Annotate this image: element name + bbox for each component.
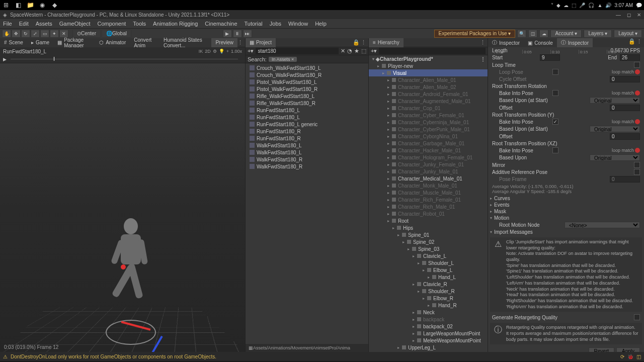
- asset-item[interactable]: WalkFwdStart180_R: [246, 163, 368, 170]
- hierarchy-item[interactable]: ▸Character_Medical_Male_01: [369, 175, 488, 182]
- custom-tool[interactable]: ✕: [59, 30, 68, 38]
- offset-y[interactable]: [610, 133, 640, 140]
- tab-package-manager[interactable]: ▦Package Manager: [53, 38, 95, 47]
- asset-item[interactable]: RunFwdStart180_R: [246, 135, 368, 142]
- hierarchy-item[interactable]: ▸Character_Alien_Male_01: [369, 76, 488, 83]
- hierarchy-item[interactable]: ▸Hips: [369, 224, 488, 231]
- menu-window[interactable]: Window: [288, 21, 308, 27]
- menu-edit[interactable]: Edit: [19, 21, 29, 27]
- curves-foldout[interactable]: Curves: [488, 195, 644, 202]
- 2d-toggle[interactable]: 2D: [205, 49, 211, 54]
- scale-tool[interactable]: ⤢: [31, 30, 40, 38]
- menu-tools[interactable]: Tools: [133, 21, 146, 27]
- hierarchy-item[interactable]: ▸Character_Garbage_Male_01: [369, 140, 488, 147]
- add-icon[interactable]: +: [226, 49, 229, 54]
- hierarchy-item[interactable]: ▸UpperLeg_R: [369, 351, 488, 352]
- import-foldout[interactable]: Import Messages: [488, 229, 644, 235]
- lock-icon[interactable]: 🔒: [628, 38, 635, 47]
- experimental-warning[interactable]: Experimental Packages in Use ▾: [434, 30, 516, 38]
- ik-toggle[interactable]: IK: [199, 49, 203, 54]
- motion-foldout[interactable]: Motion: [488, 215, 644, 221]
- loop-time-check[interactable]: [634, 62, 640, 68]
- tab-humanoid[interactable]: Humanoid States Convert...: [159, 38, 211, 47]
- hierarchy-item[interactable]: ▸Spine_01: [369, 231, 488, 238]
- hierarchy-item[interactable]: ▸Character_Robot_01: [369, 210, 488, 217]
- hierarchy-item[interactable]: ▸Character_CyborgNina_01: [369, 133, 488, 140]
- gizmo-icon[interactable]: ⚙: [213, 49, 217, 54]
- hierarchy-item[interactable]: ▸UpperLeg_L: [369, 344, 488, 351]
- tray-icon[interactable]: ◆: [556, 3, 560, 8]
- hierarchy-item[interactable]: ▸Clavicle_R: [369, 281, 488, 288]
- add-icon[interactable]: +▾: [371, 48, 377, 54]
- hierarchy-item[interactable]: ▸Hand_R: [369, 302, 488, 309]
- menu-cinemachine[interactable]: Cinemachine: [205, 21, 237, 27]
- tray-icon[interactable]: 🔊: [605, 3, 611, 8]
- hierarchy-item[interactable]: ▸Character_Alien_Male_02: [369, 83, 488, 90]
- menu-tutorial[interactable]: Tutorial: [245, 21, 263, 27]
- hierarchy-item[interactable]: ▸Hand_L: [369, 274, 488, 281]
- lock-icon[interactable]: 🔒: [353, 39, 360, 46]
- bake-y-check[interactable]: [552, 119, 558, 125]
- scene-root[interactable]: ▾◈ CharacterPlayground* ⋮: [369, 55, 488, 62]
- light-icon[interactable]: 💡: [219, 49, 224, 54]
- move-tool[interactable]: ✥: [12, 30, 21, 38]
- hierarchy-item[interactable]: ▸Character_Cop_01: [369, 105, 488, 112]
- notif-icon[interactable]: 💬: [636, 3, 642, 8]
- hierarchy-item[interactable]: ▸Spine_02: [369, 238, 488, 245]
- play-icon[interactable]: ▶: [3, 57, 7, 62]
- tab-convert[interactable]: Convert Anim: [130, 38, 159, 47]
- asset-item[interactable]: Rifle_WalkFwdStart180_L: [246, 93, 368, 100]
- status-icon[interactable]: ◫: [636, 354, 641, 359]
- search-icon[interactable]: 🔍: [517, 30, 526, 38]
- tray-icon[interactable]: 🎤: [579, 3, 585, 8]
- asset-item[interactable]: RunFwdStart180_R: [246, 128, 368, 135]
- hierarchy-item[interactable]: ▸Character_Rich_Female_01: [369, 196, 488, 203]
- start-icon[interactable]: ⊞: [2, 1, 10, 9]
- status-icon[interactable]: 🐞: [627, 354, 633, 359]
- rotate-tool[interactable]: ↻: [21, 30, 30, 38]
- asset-item[interactable]: Pistol_WalkFwdStart180_L: [246, 78, 368, 85]
- mask-foldout[interactable]: Mask: [488, 208, 644, 215]
- bake-rot-check[interactable]: [552, 90, 558, 96]
- hierarchy-item[interactable]: ▸Character_Hologram_Female_01: [369, 154, 488, 161]
- apply-button[interactable]: Apply: [616, 347, 640, 352]
- tab-game[interactable]: ▸Game: [27, 38, 53, 47]
- hierarchy-item[interactable]: ▸Neck: [369, 309, 488, 316]
- hierarchy-item[interactable]: ▸Root: [369, 217, 488, 224]
- asset-item[interactable]: Rifle_WalkFwdStart180_R: [246, 100, 368, 107]
- offset-rot[interactable]: [610, 105, 640, 111]
- pause-button[interactable]: ⏸: [233, 30, 242, 38]
- cycle-offset-field[interactable]: [610, 76, 640, 82]
- play-button[interactable]: ▶: [223, 30, 232, 38]
- asset-item[interactable]: WalkFwdStart180_L: [246, 142, 368, 149]
- app2-icon[interactable]: ◆: [50, 1, 58, 9]
- layers-dropdown[interactable]: Layers ▾: [584, 30, 612, 38]
- additive-check[interactable]: [634, 169, 640, 175]
- project-search-input[interactable]: [256, 48, 339, 54]
- add-icon[interactable]: +▾: [248, 48, 254, 54]
- end-field[interactable]: [620, 54, 640, 61]
- hierarchy-item[interactable]: ▸Character_Augmented_Male_01: [369, 98, 488, 105]
- hierarchy-item[interactable]: ▸Character_Hacker_Male_01: [369, 147, 488, 154]
- folder-icon[interactable]: 📁: [26, 1, 34, 9]
- clock[interactable]: 3:07 AM: [614, 3, 633, 8]
- asset-item[interactable]: WalkFwdStart180_L: [246, 149, 368, 156]
- hierarchy-item[interactable]: ▸Character_Muscle_Male_01: [369, 189, 488, 196]
- transform-tool[interactable]: ✦: [50, 30, 59, 38]
- menu-icon[interactable]: ⋮: [636, 38, 642, 47]
- gen-quality-check[interactable]: [634, 314, 640, 320]
- hierarchy-item[interactable]: ▸Character_Android_Female_01: [369, 90, 488, 98]
- hierarchy-item[interactable]: ▸Character_Monk_Male_01: [369, 182, 488, 189]
- hierarchy-item[interactable]: ▸Elbow_L: [369, 266, 488, 274]
- asset-item[interactable]: Crouch_WalkFwdStart180_L: [246, 64, 368, 71]
- account-dropdown[interactable]: Account ▾: [550, 30, 582, 38]
- hand-tool[interactable]: ✋: [2, 30, 11, 38]
- filter-icon[interactable]: ◔: [347, 48, 352, 54]
- hierarchy-item[interactable]: ▸Character_CyberPunk_Male_01: [369, 126, 488, 133]
- clear-search-icon[interactable]: ✕: [341, 48, 345, 54]
- tab-hierarchy[interactable]: ≡ Hierarchy: [369, 38, 404, 47]
- root-motion-dropdown[interactable]: <None>: [565, 222, 640, 228]
- menu-jobs[interactable]: Jobs: [270, 21, 281, 27]
- based-upon-rot[interactable]: Original: [590, 97, 640, 104]
- start-field[interactable]: [540, 54, 560, 61]
